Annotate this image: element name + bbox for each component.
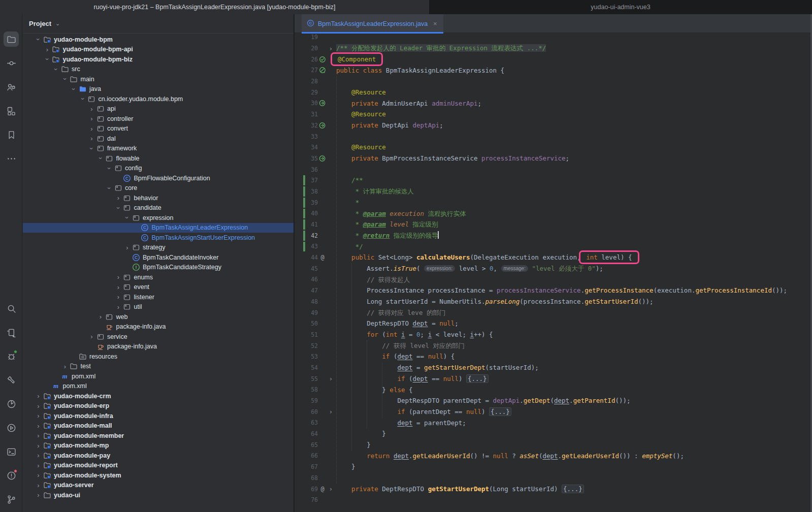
tree-item-framework[interactable]: ›framework	[23, 144, 294, 154]
tree-item-src[interactable]: ›src	[23, 65, 294, 75]
code-line-47[interactable]: 47 ProcessInstance processInstance = pro…	[295, 285, 812, 296]
chevron-right-icon[interactable]: ›	[34, 491, 43, 499]
debug-icon[interactable]	[4, 348, 19, 364]
fold-arrow-icon[interactable]: ›	[327, 375, 335, 382]
code-line-48[interactable]: 48 Long startUserId = NumberUtils.parseL…	[295, 296, 812, 307]
code-line-32[interactable]: 32 private DeptApi deptApi;	[295, 120, 812, 131]
tree-item-pom-xml[interactable]: mpom.xml	[23, 381, 294, 392]
tree-item-bpmtaskcandidatestrategy[interactable]: IBpmTaskCandidateStrategy	[23, 263, 294, 273]
chevron-right-icon[interactable]: ›	[34, 422, 43, 430]
code-line-40[interactable]: 40 * @param execution 流程执行实体	[295, 208, 812, 219]
code-line-65[interactable]: 65 }	[295, 439, 812, 451]
tree-item-web[interactable]: ›web	[23, 312, 294, 322]
tree-item-package-info-java[interactable]: package-info.java	[23, 342, 294, 352]
commit-icon[interactable]	[4, 55, 19, 71]
chevron-right-icon[interactable]: ›	[34, 442, 43, 450]
folded-block[interactable]: {...}	[489, 407, 511, 416]
code-line-42[interactable]: 42 * @return 指定级别的领导	[295, 230, 812, 241]
code-line-36[interactable]: 36	[295, 164, 812, 175]
chevron-right-icon[interactable]: ›	[114, 303, 123, 311]
bookmarks-icon[interactable]	[4, 127, 19, 142]
chevron-right-icon[interactable]: ›	[87, 115, 96, 122]
code-line-49[interactable]: 49 // 获得对应 leve 的部门	[295, 307, 812, 318]
tree-item-yudao-module-system[interactable]: ›yudao-module-system	[23, 470, 294, 481]
fold-arrow-icon[interactable]: ›	[327, 485, 335, 493]
tree-item-dal[interactable]: ›dal	[23, 134, 294, 144]
pull-requests-icon[interactable]: ?	[4, 79, 19, 94]
tree-item-cn-iocoder-yudao-module-bpm[interactable]: ›cn.iocoder.yudao.module.bpm	[23, 94, 294, 104]
chevron-right-icon[interactable]: ›	[34, 471, 43, 479]
code-line-34[interactable]: 34 @Resource	[295, 142, 812, 153]
tree-item-yudao-module-member[interactable]: ›yudao-module-member	[23, 431, 294, 441]
code-line-68[interactable]: 68	[295, 472, 812, 484]
tree-item-api[interactable]: ›api	[23, 104, 294, 114]
more-icon[interactable]	[4, 151, 19, 166]
code-line-33[interactable]: 33	[295, 131, 812, 142]
chevron-down-icon[interactable]: ›	[79, 94, 87, 103]
tree-item-yudao-module-report[interactable]: ›yudao-module-report	[23, 461, 294, 471]
chevron-right-icon[interactable]: ›	[114, 293, 123, 301]
tree-item-candidate[interactable]: ›candidate	[23, 203, 294, 213]
chevron-right-icon[interactable]: ›	[87, 333, 96, 340]
code-line-37[interactable]: 37 /**	[295, 175, 812, 186]
folded-block[interactable]: {...}	[562, 485, 584, 493]
chevron-down-icon[interactable]: ›	[115, 204, 122, 212]
code-line-59[interactable]: 59 DeptRespDTO parentDept = deptApi.getD…	[295, 395, 812, 406]
spring-bean-check-icon[interactable]	[318, 56, 327, 63]
annotation-gutter-icon[interactable]: @	[318, 486, 327, 493]
annotation-gutter-icon[interactable]: @	[318, 254, 327, 261]
code-line-30[interactable]: 30 private AdminUserApi adminUserApi;	[295, 98, 812, 109]
tree-item-listener[interactable]: ›listener	[23, 292, 294, 302]
chevron-right-icon[interactable]: ›	[123, 244, 132, 251]
code-line-60[interactable]: 60› if (parentDept == null) {...}	[295, 406, 812, 418]
tree-item-test[interactable]: ›test	[23, 362, 294, 372]
tree-item-flowable[interactable]: ›flowable	[23, 153, 294, 164]
chevron-down-icon[interactable]: ›	[44, 55, 51, 63]
tree-item-bpmtaskcandidateinvoker[interactable]: CBpmTaskCandidateInvoker	[23, 252, 294, 263]
code-line-27[interactable]: 27public class BpmTaskAssignLeaderExpres…	[295, 65, 812, 76]
spring-autowire-icon[interactable]	[318, 100, 327, 107]
chevron-down-icon[interactable]: ›	[70, 85, 78, 93]
tree-item-behavior[interactable]: ›behavior	[23, 193, 294, 203]
code-line-53[interactable]: 53 if (dept == null) {	[295, 351, 812, 362]
chevron-right-icon[interactable]: ›	[61, 363, 70, 370]
code-line-31[interactable]: 31 @Resource	[295, 109, 812, 120]
code-line-41[interactable]: 41 * @param level 指定级别	[295, 219, 812, 230]
close-icon[interactable]: ×	[433, 20, 437, 27]
spring-bean-icon[interactable]	[318, 67, 327, 74]
chevron-down-icon[interactable]: ›	[123, 213, 131, 222]
code-line-38[interactable]: 38 * 计算审批的候选人	[295, 186, 812, 197]
tab-bpmtaskassignleaderexpression[interactable]: C BpmTaskAssignLeaderExpression.java ×	[302, 14, 443, 33]
tree-item-resources[interactable]: resources	[23, 351, 294, 362]
chevron-right-icon[interactable]: ›	[43, 46, 52, 53]
chevron-right-icon[interactable]: ›	[87, 125, 96, 133]
chevron-right-icon[interactable]: ›	[114, 273, 123, 281]
tree-item-yudao-module-crm[interactable]: ›yudao-module-crm	[23, 391, 294, 401]
project-panel-header[interactable]: Project ⌄	[23, 14, 294, 34]
git-icon[interactable]	[4, 492, 19, 507]
chevron-down-icon[interactable]: ›	[106, 184, 113, 193]
tree-item-enums[interactable]: ›enums	[23, 272, 294, 282]
folded-block[interactable]: {...}	[466, 374, 489, 383]
code-line-69[interactable]: 69@› private DeptRespDTO getStartUserDep…	[295, 484, 812, 495]
code-line-55[interactable]: 55› if (dept == null) {...}	[295, 373, 812, 385]
tree-item-yudao-module-pay[interactable]: ›yudao-module-pay	[23, 451, 294, 461]
chevron-right-icon[interactable]: ›	[34, 452, 43, 459]
code-line-51[interactable]: 51 for (int i = 0; i < level; i++) {	[295, 329, 812, 340]
tree-item-convert[interactable]: ›convert	[23, 124, 294, 134]
terminal-icon[interactable]	[4, 444, 19, 459]
chevron-right-icon[interactable]: ›	[114, 283, 123, 291]
chevron-right-icon[interactable]: ›	[114, 194, 123, 202]
tree-item-core[interactable]: ›core	[23, 183, 294, 194]
code-line-39[interactable]: 39 *	[295, 197, 812, 208]
code-line-28[interactable]: 28	[295, 76, 812, 87]
chevron-right-icon[interactable]: ›	[34, 392, 43, 400]
code-line-26[interactable]: 26@Component	[295, 54, 812, 65]
tree-item-yudao-module-erp[interactable]: ›yudao-module-erp	[23, 401, 294, 411]
tree-item-main[interactable]: ›main	[23, 74, 294, 84]
tree-item-util[interactable]: ›util	[23, 302, 294, 312]
run-icon[interactable]	[4, 420, 19, 435]
tree-item-pom-xml[interactable]: mpom.xml	[23, 371, 294, 381]
chevron-down-icon[interactable]: ⌄	[55, 20, 60, 27]
code-line-52[interactable]: 52 // 获得 level 对应的部门	[295, 340, 812, 351]
